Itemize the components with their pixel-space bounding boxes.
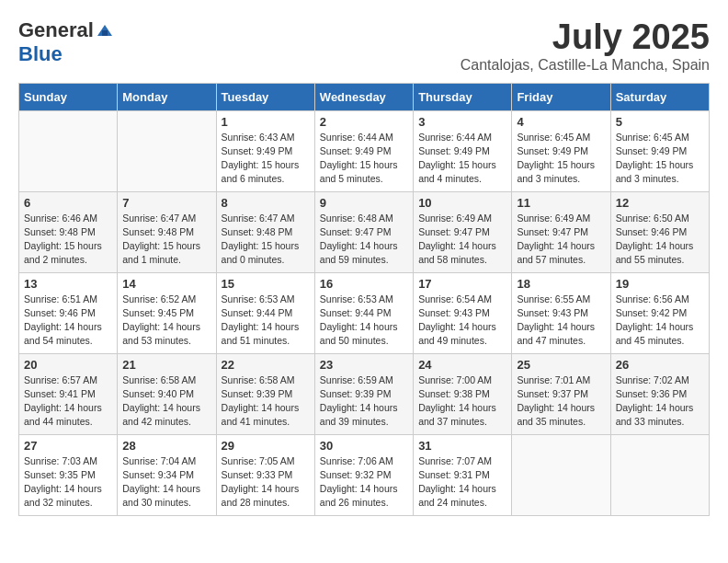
week-row-2: 6Sunrise: 6:46 AM Sunset: 9:48 PM Daylig… [19, 191, 710, 272]
day-number: 7 [122, 196, 210, 210]
week-row-3: 13Sunrise: 6:51 AM Sunset: 9:46 PM Dayli… [19, 272, 710, 353]
day-info: Sunrise: 7:04 AM Sunset: 9:34 PM Dayligh… [122, 454, 210, 511]
day-cell: 4Sunrise: 6:45 AM Sunset: 9:49 PM Daylig… [512, 110, 610, 191]
logo: General Blue [18, 18, 114, 66]
day-cell [610, 434, 709, 515]
logo-icon [96, 21, 114, 40]
day-number: 2 [320, 115, 408, 129]
day-info: Sunrise: 7:03 AM Sunset: 9:35 PM Dayligh… [24, 454, 112, 511]
day-cell: 21Sunrise: 6:58 AM Sunset: 9:40 PM Dayli… [118, 353, 216, 434]
day-info: Sunrise: 6:47 AM Sunset: 9:48 PM Dayligh… [222, 212, 310, 268]
day-number: 16 [320, 277, 408, 291]
day-info: Sunrise: 6:44 AM Sunset: 9:49 PM Dayligh… [320, 131, 408, 187]
header-monday: Monday [118, 83, 216, 110]
day-number: 12 [616, 196, 704, 210]
day-info: Sunrise: 6:58 AM Sunset: 9:39 PM Dayligh… [222, 373, 310, 430]
header-row: SundayMondayTuesdayWednesdayThursdayFrid… [19, 83, 710, 110]
header-thursday: Thursday [414, 83, 512, 110]
week-row-4: 20Sunrise: 6:57 AM Sunset: 9:41 PM Dayli… [19, 353, 710, 434]
day-number: 4 [517, 115, 605, 129]
day-info: Sunrise: 6:45 AM Sunset: 9:49 PM Dayligh… [616, 131, 704, 187]
day-info: Sunrise: 7:06 AM Sunset: 9:32 PM Dayligh… [320, 454, 408, 511]
day-number: 22 [222, 358, 310, 372]
day-cell: 3Sunrise: 6:44 AM Sunset: 9:49 PM Daylig… [414, 110, 512, 191]
day-info: Sunrise: 7:00 AM Sunset: 9:38 PM Dayligh… [418, 373, 506, 430]
day-cell: 10Sunrise: 6:49 AM Sunset: 9:47 PM Dayli… [414, 191, 512, 272]
day-cell: 15Sunrise: 6:53 AM Sunset: 9:44 PM Dayli… [216, 272, 314, 353]
day-cell: 14Sunrise: 6:52 AM Sunset: 9:45 PM Dayli… [118, 272, 216, 353]
week-row-5: 27Sunrise: 7:03 AM Sunset: 9:35 PM Dayli… [19, 434, 710, 515]
day-number: 9 [320, 196, 408, 210]
day-cell [512, 434, 610, 515]
day-number: 15 [222, 277, 310, 291]
day-number: 8 [222, 196, 310, 210]
day-info: Sunrise: 6:44 AM Sunset: 9:49 PM Dayligh… [418, 131, 506, 187]
day-cell: 7Sunrise: 6:47 AM Sunset: 9:48 PM Daylig… [118, 191, 216, 272]
header-wednesday: Wednesday [314, 83, 413, 110]
day-cell: 8Sunrise: 6:47 AM Sunset: 9:48 PM Daylig… [216, 191, 314, 272]
day-number: 30 [320, 439, 408, 453]
day-cell: 27Sunrise: 7:03 AM Sunset: 9:35 PM Dayli… [19, 434, 118, 515]
day-number: 11 [517, 196, 605, 210]
day-cell: 23Sunrise: 6:59 AM Sunset: 9:39 PM Dayli… [314, 353, 413, 434]
day-info: Sunrise: 6:50 AM Sunset: 9:46 PM Dayligh… [616, 212, 704, 268]
day-number: 10 [418, 196, 506, 210]
day-number: 26 [616, 358, 704, 372]
day-info: Sunrise: 7:01 AM Sunset: 9:37 PM Dayligh… [517, 373, 605, 430]
day-number: 23 [320, 358, 408, 372]
day-cell: 28Sunrise: 7:04 AM Sunset: 9:34 PM Dayli… [118, 434, 216, 515]
day-cell: 31Sunrise: 7:07 AM Sunset: 9:31 PM Dayli… [414, 434, 512, 515]
day-cell: 12Sunrise: 6:50 AM Sunset: 9:46 PM Dayli… [610, 191, 709, 272]
day-info: Sunrise: 6:47 AM Sunset: 9:48 PM Dayligh… [122, 212, 210, 268]
header-tuesday: Tuesday [216, 83, 314, 110]
location-title: Cantalojas, Castille-La Mancha, Spain [461, 57, 710, 74]
day-info: Sunrise: 7:05 AM Sunset: 9:33 PM Dayligh… [222, 454, 310, 511]
day-info: Sunrise: 6:46 AM Sunset: 9:48 PM Dayligh… [24, 212, 112, 268]
day-info: Sunrise: 6:55 AM Sunset: 9:43 PM Dayligh… [517, 293, 605, 349]
page-header: General Blue July 2025 Cantalojas, Casti… [18, 18, 710, 74]
day-info: Sunrise: 6:57 AM Sunset: 9:41 PM Dayligh… [24, 373, 112, 430]
day-number: 24 [418, 358, 506, 372]
day-cell: 16Sunrise: 6:53 AM Sunset: 9:44 PM Dayli… [314, 272, 413, 353]
day-number: 1 [222, 115, 310, 129]
calendar-table: SundayMondayTuesdayWednesdayThursdayFrid… [18, 83, 710, 516]
day-number: 21 [122, 358, 210, 372]
svg-marker-1 [102, 30, 108, 36]
day-number: 17 [418, 277, 506, 291]
day-info: Sunrise: 6:59 AM Sunset: 9:39 PM Dayligh… [320, 373, 408, 430]
day-info: Sunrise: 6:48 AM Sunset: 9:47 PM Dayligh… [320, 212, 408, 268]
day-number: 3 [418, 115, 506, 129]
header-saturday: Saturday [610, 83, 709, 110]
title-block: July 2025 Cantalojas, Castille-La Mancha… [461, 18, 710, 74]
day-info: Sunrise: 6:45 AM Sunset: 9:49 PM Dayligh… [517, 131, 605, 187]
day-info: Sunrise: 6:52 AM Sunset: 9:45 PM Dayligh… [122, 293, 210, 349]
day-cell: 2Sunrise: 6:44 AM Sunset: 9:49 PM Daylig… [314, 110, 413, 191]
day-number: 25 [517, 358, 605, 372]
day-info: Sunrise: 6:53 AM Sunset: 9:44 PM Dayligh… [320, 293, 408, 349]
day-info: Sunrise: 7:02 AM Sunset: 9:36 PM Dayligh… [616, 373, 704, 430]
day-cell: 30Sunrise: 7:06 AM Sunset: 9:32 PM Dayli… [314, 434, 413, 515]
header-friday: Friday [512, 83, 610, 110]
day-cell: 19Sunrise: 6:56 AM Sunset: 9:42 PM Dayli… [610, 272, 709, 353]
logo-general: General [18, 18, 94, 42]
day-number: 28 [122, 439, 210, 453]
day-number: 6 [24, 196, 112, 210]
day-cell: 6Sunrise: 6:46 AM Sunset: 9:48 PM Daylig… [19, 191, 118, 272]
day-number: 20 [24, 358, 112, 372]
day-cell: 5Sunrise: 6:45 AM Sunset: 9:49 PM Daylig… [610, 110, 709, 191]
day-info: Sunrise: 6:58 AM Sunset: 9:40 PM Dayligh… [122, 373, 210, 430]
day-info: Sunrise: 6:51 AM Sunset: 9:46 PM Dayligh… [24, 293, 112, 349]
day-info: Sunrise: 7:07 AM Sunset: 9:31 PM Dayligh… [418, 454, 506, 511]
day-cell [19, 110, 118, 191]
day-cell: 26Sunrise: 7:02 AM Sunset: 9:36 PM Dayli… [610, 353, 709, 434]
day-cell [118, 110, 216, 191]
day-cell: 18Sunrise: 6:55 AM Sunset: 9:43 PM Dayli… [512, 272, 610, 353]
day-info: Sunrise: 6:54 AM Sunset: 9:43 PM Dayligh… [418, 293, 506, 349]
day-cell: 25Sunrise: 7:01 AM Sunset: 9:37 PM Dayli… [512, 353, 610, 434]
day-cell: 13Sunrise: 6:51 AM Sunset: 9:46 PM Dayli… [19, 272, 118, 353]
day-cell: 20Sunrise: 6:57 AM Sunset: 9:41 PM Dayli… [19, 353, 118, 434]
day-number: 27 [24, 439, 112, 453]
day-cell: 29Sunrise: 7:05 AM Sunset: 9:33 PM Dayli… [216, 434, 314, 515]
day-number: 19 [616, 277, 704, 291]
month-title: July 2025 [461, 18, 710, 57]
